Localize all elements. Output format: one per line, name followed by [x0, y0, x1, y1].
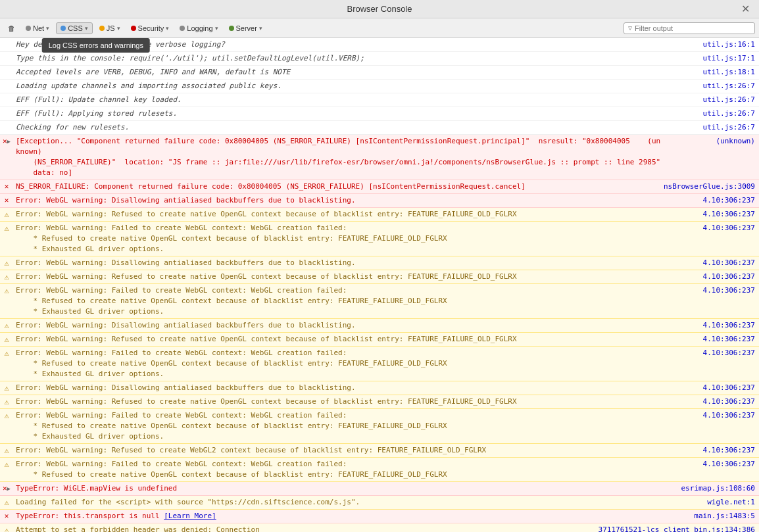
row-content: [Exception... "Component returned failur… — [13, 135, 667, 179]
row-source[interactable]: 4.10:306:237 — [667, 347, 759, 359]
row-source[interactable]: util.js:17:1 — [667, 53, 759, 64]
expand-icon[interactable]: ▶ — [7, 138, 11, 145]
row-source[interactable]: 4.10:306:237 — [667, 195, 759, 206]
log-row: ⚠Error: WebGL warning: Disallowing antia… — [0, 319, 759, 333]
server-chevron: ▾ — [259, 25, 262, 32]
learn-more-link[interactable]: [Learn More] — [164, 512, 216, 520]
log-row: ⚠Error: WebGL warning: Failed to create … — [0, 409, 759, 444]
row-source[interactable]: util.js:26:7 — [667, 108, 759, 120]
server-filter-button[interactable]: Server ▾ — [225, 23, 266, 34]
js-filter-button[interactable]: JS ▾ — [95, 23, 124, 34]
row-content: Hey developer! Want to see more verbose … — [13, 39, 667, 51]
log-row: ⚠Error: WebGL warning: Refused to create… — [0, 333, 759, 347]
row-content: Error: WebGL warning: Disallowing antial… — [13, 382, 667, 394]
log-row: ⚠Error: WebGL warning: Failed to create … — [0, 458, 759, 482]
row-source[interactable]: 3711761521-lcs_client_bin.js:134:386 — [595, 524, 759, 532]
row-source[interactable]: util.js:16:1 — [667, 39, 759, 51]
row-source[interactable]: util.js:26:7 — [667, 94, 759, 106]
row-icon: ⚠ — [0, 347, 13, 358]
row-content: Error: WebGL warning: Failed to create W… — [13, 410, 667, 443]
close-button[interactable]: ✕ — [737, 3, 754, 16]
console-output: Hey developer! Want to see more verbose … — [0, 38, 759, 532]
row-source[interactable]: 4.10:306:237 — [667, 285, 759, 297]
row-icon: ✕▶ — [0, 135, 13, 145]
warn-icon: ⚠ — [4, 446, 9, 455]
error-icon: ✕ — [5, 512, 9, 520]
warn-icon: ⚠ — [4, 272, 9, 281]
row-source[interactable]: util.js:18:1 — [667, 66, 759, 78]
warn-icon: ⚠ — [4, 321, 9, 330]
css-label: CSS — [68, 24, 83, 32]
logging-dot — [180, 26, 185, 31]
log-row: ⚠Error: WebGL warning: Refused to create… — [0, 208, 759, 222]
row-source[interactable]: 4.10:306:237 — [667, 208, 759, 220]
log-row: EFF (Full): Applying stored rulesets.uti… — [0, 107, 759, 121]
clear-button[interactable]: 🗑 — [4, 23, 19, 34]
security-filter-button[interactable]: Security ▾ — [127, 23, 174, 34]
row-source[interactable]: nsBrowserGlue.js:3009 — [660, 181, 759, 193]
logging-label: Logging — [187, 24, 212, 32]
row-content: Error: WebGL warning: Failed to create W… — [13, 347, 667, 380]
error-icon: ✕ — [3, 484, 7, 493]
row-icon: ✕▶ — [0, 483, 13, 493]
row-source[interactable]: 4.10:306:237 — [667, 445, 759, 456]
row-content: TypeError: this.transport is null [Learn… — [13, 510, 667, 522]
expand-icon[interactable]: ▶ — [7, 485, 11, 492]
error-icon: ✕ — [3, 137, 7, 145]
filter-input[interactable] — [635, 24, 740, 32]
log-row: ⚠Error: WebGL warning: Failed to create … — [0, 347, 759, 381]
row-content: Error: WebGL warning: Disallowing antial… — [13, 257, 667, 269]
row-source[interactable]: 4.10:306:237 — [667, 333, 759, 345]
row-source[interactable]: util.js:26:7 — [667, 122, 759, 133]
row-icon: ✕ — [0, 510, 13, 520]
row-source[interactable]: 4.10:306:237 — [667, 222, 759, 234]
css-filter-container: CSS ▾ Log CSS errors and warnings — [56, 22, 93, 34]
row-source[interactable]: 4.10:306:237 — [667, 396, 759, 408]
warn-icon: ⚠ — [4, 258, 9, 268]
row-icon: ⚠ — [0, 382, 13, 393]
row-source[interactable]: 4.10:306:237 — [667, 320, 759, 331]
row-source[interactable]: 4.10:306:237 — [667, 271, 759, 283]
trash-icon: 🗑 — [8, 24, 15, 32]
net-dot — [26, 26, 31, 31]
server-label: Server — [236, 24, 257, 32]
row-icon: ⚠ — [0, 285, 13, 295]
row-content: Error: WebGL warning: Refused to create … — [13, 396, 667, 408]
row-source[interactable]: 4.10:306:237 — [667, 257, 759, 269]
row-source[interactable]: wigle.net:1 — [667, 496, 759, 508]
row-source[interactable]: (unknown) — [667, 135, 759, 147]
warn-icon: ⚠ — [4, 349, 9, 358]
logging-filter-button[interactable]: Logging ▾ — [176, 23, 222, 34]
row-content: EFF (Full): Applying stored rulesets. — [13, 108, 667, 120]
row-icon: ⚠ — [0, 410, 13, 420]
security-label: Security — [138, 24, 164, 32]
row-icon: ⚠ — [0, 257, 13, 268]
log-row: ⚠Error: WebGL warning: Failed to create … — [0, 222, 759, 256]
row-content: Error: WebGL warning: Failed to create W… — [13, 458, 667, 481]
log-row: ⚠Attempt to set a forbidden header was d… — [0, 523, 759, 532]
server-dot — [229, 26, 234, 31]
log-row: ✕TypeError: this.transport is null [Lear… — [0, 510, 759, 523]
row-icon: ⚠ — [0, 396, 13, 406]
row-source[interactable]: 4.10:306:237 — [667, 458, 759, 470]
row-source[interactable]: util.js:26:7 — [667, 80, 759, 92]
row-content: Attempt to set a forbidden header was de… — [13, 524, 595, 532]
row-icon — [0, 108, 13, 109]
security-chevron: ▾ — [166, 25, 169, 32]
row-content: Error: WebGL warning: Failed to create W… — [13, 222, 667, 255]
net-filter-button[interactable]: Net ▾ — [22, 23, 53, 34]
log-row: Loading update channels and importing as… — [0, 80, 759, 93]
warn-icon: ⚠ — [4, 224, 9, 233]
row-source[interactable]: esrimap.js:108:60 — [667, 483, 759, 495]
log-row: ⚠Error: WebGL warning: Refused to create… — [0, 444, 759, 458]
warn-icon: ⚠ — [4, 335, 9, 344]
row-source[interactable]: 4.10:306:237 — [667, 410, 759, 422]
row-source[interactable]: main.js:1483:5 — [667, 510, 759, 522]
row-source[interactable]: 4.10:306:237 — [667, 382, 759, 394]
window-title: Browser Console — [347, 4, 412, 14]
row-content: Error: WebGL warning: Refused to create … — [13, 333, 667, 345]
row-content: Error: WebGL warning: Refused to create … — [13, 208, 667, 220]
row-content: Error: WebGL warning: Refused to create … — [13, 445, 667, 456]
css-filter-button[interactable]: CSS ▾ — [56, 22, 93, 34]
log-row: ✕▶[Exception... "Component returned fail… — [0, 135, 759, 180]
